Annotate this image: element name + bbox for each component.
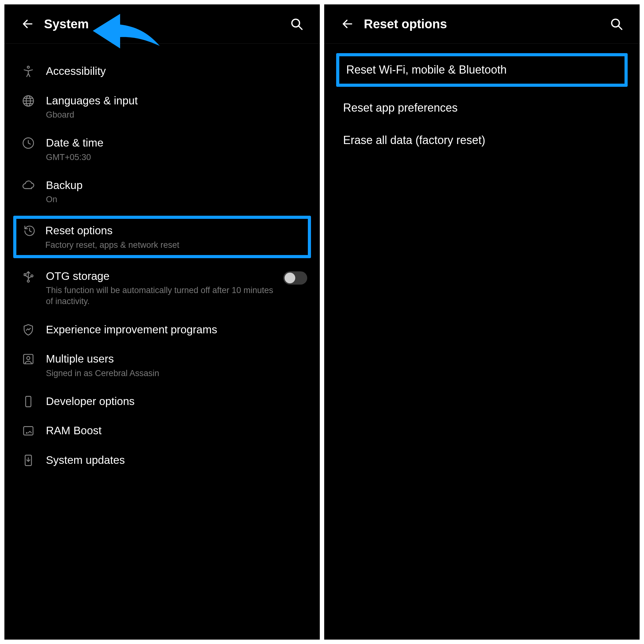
header-bar: Reset options bbox=[324, 4, 640, 44]
item-subtitle: Signed in as Cerebral Assasin bbox=[46, 368, 301, 379]
page-title: Reset options bbox=[364, 17, 609, 31]
cloud-icon bbox=[17, 179, 40, 192]
item-title: Reset Wi-Fi, mobile & Bluetooth bbox=[346, 63, 618, 77]
clock-icon bbox=[17, 137, 40, 149]
reset-item-app-preferences[interactable]: Reset app preferences bbox=[324, 92, 640, 124]
item-subtitle: Gboard bbox=[46, 109, 301, 120]
settings-item-ram-boost[interactable]: RAM Boost bbox=[4, 416, 320, 445]
search-icon[interactable] bbox=[289, 16, 304, 31]
item-title: Reset app preferences bbox=[343, 101, 621, 115]
svg-point-18 bbox=[26, 432, 28, 434]
settings-item-multiple-users[interactable]: Multiple users Signed in as Cerebral Ass… bbox=[4, 344, 320, 386]
item-title: Experience improvement programs bbox=[46, 322, 301, 337]
download-phone-icon bbox=[17, 454, 40, 467]
reset-options-panel: Reset options Reset Wi-Fi, mobile & Blue… bbox=[324, 4, 640, 640]
reset-item-wifi-mobile-bluetooth[interactable]: Reset Wi-Fi, mobile & Bluetooth bbox=[336, 53, 628, 87]
phone-icon bbox=[17, 395, 40, 408]
settings-item-experience-programs[interactable]: Experience improvement programs bbox=[4, 315, 320, 344]
svg-point-15 bbox=[27, 357, 30, 360]
item-title: RAM Boost bbox=[46, 423, 301, 438]
settings-item-backup[interactable]: Backup On bbox=[4, 170, 320, 213]
svg-rect-17 bbox=[24, 427, 33, 435]
page-title: System bbox=[44, 17, 289, 31]
otg-toggle[interactable] bbox=[283, 271, 307, 285]
globe-icon bbox=[17, 95, 40, 107]
svg-rect-14 bbox=[24, 354, 33, 364]
item-subtitle: GMT+05:30 bbox=[46, 152, 301, 163]
settings-item-date-time[interactable]: Date & time GMT+05:30 bbox=[4, 128, 320, 170]
usb-icon bbox=[17, 270, 40, 283]
settings-list: Accessibility Languages & input Gboard D… bbox=[4, 44, 320, 640]
svg-point-3 bbox=[27, 66, 30, 68]
item-subtitle: Factory reset, apps & network reset bbox=[45, 240, 298, 251]
item-subtitle: This function will be automatically turn… bbox=[46, 285, 277, 307]
settings-item-languages[interactable]: Languages & input Gboard bbox=[4, 86, 320, 128]
item-subtitle: On bbox=[46, 194, 301, 205]
header-bar: System bbox=[4, 4, 320, 44]
svg-point-13 bbox=[31, 275, 33, 277]
item-title: Backup bbox=[46, 178, 301, 192]
item-title: Erase all data (factory reset) bbox=[343, 133, 621, 148]
item-title: Languages & input bbox=[46, 93, 301, 108]
item-title: Multiple users bbox=[46, 352, 301, 366]
history-icon bbox=[20, 225, 39, 237]
settings-item-developer-options[interactable]: Developer options bbox=[4, 386, 320, 416]
reset-options-list: Reset Wi-Fi, mobile & Bluetooth Reset ap… bbox=[324, 44, 640, 640]
item-title: Reset options bbox=[45, 223, 298, 238]
item-title: System updates bbox=[46, 453, 301, 467]
svg-rect-16 bbox=[26, 396, 31, 407]
svg-rect-12 bbox=[24, 274, 26, 276]
settings-item-accessibility[interactable]: Accessibility bbox=[4, 56, 320, 86]
item-title: Date & time bbox=[46, 136, 301, 150]
back-button[interactable] bbox=[340, 16, 355, 31]
settings-item-reset-options[interactable]: Reset options Factory reset, apps & netw… bbox=[13, 216, 311, 258]
accessibility-icon bbox=[17, 65, 40, 78]
person-box-icon bbox=[17, 353, 40, 365]
settings-item-system-updates[interactable]: System updates bbox=[4, 445, 320, 475]
system-settings-panel: System Accessibility Languages & input G… bbox=[4, 4, 320, 640]
svg-point-11 bbox=[27, 280, 30, 282]
ram-icon bbox=[17, 425, 40, 437]
settings-item-otg-storage[interactable]: OTG storage This function will be automa… bbox=[4, 261, 320, 315]
back-button[interactable] bbox=[20, 16, 35, 31]
item-title: Accessibility bbox=[46, 64, 301, 78]
item-title: OTG storage bbox=[46, 269, 277, 283]
item-title: Developer options bbox=[46, 394, 301, 408]
search-icon[interactable] bbox=[609, 16, 624, 31]
svg-line-23 bbox=[618, 26, 622, 29]
shield-up-icon bbox=[17, 324, 40, 336]
reset-item-erase-all-data[interactable]: Erase all data (factory reset) bbox=[324, 124, 640, 157]
svg-line-2 bbox=[298, 26, 302, 29]
